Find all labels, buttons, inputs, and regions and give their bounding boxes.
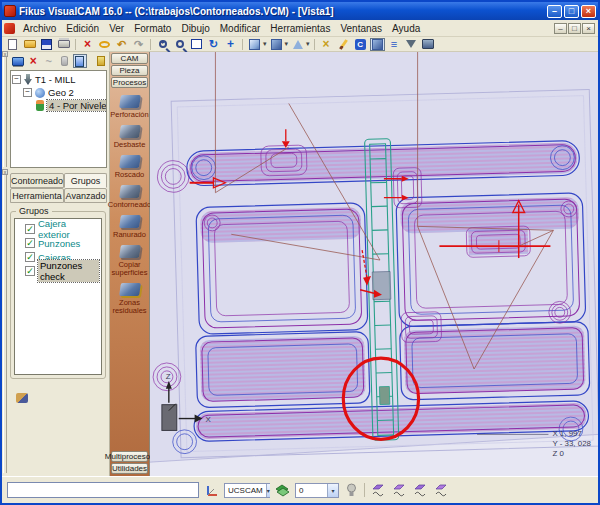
dropdown-arrow-icon[interactable]: ▾ (285, 40, 289, 48)
display-icon[interactable] (11, 54, 24, 68)
checkbox-checked-icon[interactable]: ✓ (25, 224, 35, 234)
layer-lines-icon[interactable]: ≡ (387, 38, 402, 51)
panel-close-icon[interactable]: x (2, 169, 8, 175)
collapse-icon[interactable]: − (23, 88, 32, 97)
process-roscado[interactable]: Roscado (111, 155, 148, 179)
cad-drawing[interactable]: .s-blue{fill:none;stroke:#3346c6;stroke-… (150, 52, 598, 476)
readout-x: X 1, 997 (552, 429, 581, 438)
layers-icon[interactable] (274, 482, 291, 499)
tab-contorneado[interactable]: Contorneado (10, 173, 64, 188)
menu-herramientas[interactable]: Herramientas (265, 21, 335, 36)
menu-formato[interactable]: Formato (129, 21, 176, 36)
tab-grupos[interactable]: Grupos (64, 173, 107, 188)
mdi-minimize-button[interactable]: – (554, 23, 567, 34)
cam-config-icon[interactable]: C (353, 38, 368, 51)
new-file-icon[interactable] (5, 38, 20, 51)
pencil-icon[interactable] (336, 38, 351, 51)
zoom-in-icon[interactable] (155, 38, 170, 51)
chevron-down-icon[interactable]: ▾ (266, 484, 270, 497)
contour-process-icon (119, 185, 141, 198)
ucs-axis-icon[interactable] (203, 482, 220, 499)
command-input[interactable] (7, 482, 199, 498)
ellipse-tool-icon[interactable] (97, 38, 112, 51)
zoom-window-icon[interactable] (172, 38, 187, 51)
groups-list: ✓ Cajera exterior ✓ Punzones ✓ Cajeras (14, 218, 102, 375)
menu-archivo[interactable]: Archivo (18, 21, 61, 36)
layer-selector[interactable]: 0 ▾ (295, 483, 339, 498)
zoom-fit-icon[interactable] (189, 38, 204, 51)
open-folder-icon[interactable] (22, 38, 37, 51)
tab-avanzado[interactable]: Avanzado (64, 188, 107, 203)
undo-icon[interactable]: ↶ (114, 38, 129, 51)
collapse-icon[interactable]: − (12, 75, 21, 84)
checkbox-checked-icon[interactable]: ✓ (25, 252, 35, 262)
tree-item-por-niveles[interactable]: 4 - Por Niveles (36, 99, 105, 112)
panel-close-icon[interactable]: x (2, 51, 8, 57)
drawing-viewport[interactable]: .s-blue{fill:none;stroke:#3346c6;stroke-… (150, 52, 598, 476)
chevron-down-icon[interactable]: ▾ (327, 484, 338, 497)
pieza-button[interactable]: Pieza (111, 65, 148, 76)
apply-tool-icon[interactable] (16, 393, 28, 403)
tab-herramienta[interactable]: Herramienta (10, 188, 64, 203)
toolpath-curve-icon[interactable] (390, 482, 407, 499)
delete-icon[interactable]: × (80, 38, 95, 51)
list-item-punzones-check[interactable]: ✓ Punzones check (25, 264, 99, 278)
menu-ayuda[interactable]: Ayuda (387, 21, 425, 36)
mdi-close-button[interactable]: × (582, 23, 595, 34)
maximize-button[interactable]: □ (564, 5, 579, 18)
document-logo-icon (4, 23, 15, 34)
menu-ver[interactable]: Ver (104, 21, 129, 36)
light-icon[interactable] (343, 482, 360, 499)
mdi-restore-button[interactable]: □ (568, 23, 581, 34)
minimize-button[interactable]: – (547, 5, 562, 18)
pan-icon[interactable]: + (223, 38, 238, 51)
process-desbaste[interactable]: Desbaste (111, 125, 148, 149)
process-ranurado[interactable]: Ranurado (111, 215, 148, 239)
menu-edicion[interactable]: Edición (61, 21, 104, 36)
redo-icon[interactable]: ↷ (131, 38, 146, 51)
dropdown-arrow-icon[interactable]: ▾ (263, 40, 267, 48)
procesos-button[interactable]: Procesos (111, 77, 148, 88)
measure-icon[interactable] (290, 38, 305, 51)
toolpath-curve-icon[interactable] (432, 482, 449, 499)
checkbox-checked-icon[interactable]: ✓ (25, 238, 35, 248)
process-perforacion[interactable]: Perforación (111, 95, 148, 119)
save-icon[interactable] (39, 38, 54, 51)
rotate-view-icon[interactable]: ↻ (206, 38, 221, 51)
list-item-cajera-exterior[interactable]: ✓ Cajera exterior (25, 222, 99, 236)
utilidades-button[interactable]: Utilidades (111, 463, 148, 474)
notes-icon[interactable] (95, 54, 108, 68)
tool-axis-icon[interactable]: × (319, 38, 334, 51)
process-contorneado[interactable]: Contorneado (111, 185, 148, 209)
toolbar-separator (75, 39, 76, 50)
copy-view-icon[interactable] (269, 38, 284, 51)
postprocess-icon[interactable] (421, 38, 436, 51)
edit-icon[interactable]: ~ (42, 54, 55, 68)
view-cube-icon[interactable] (247, 38, 262, 51)
tree-item-t1-mill[interactable]: − T1 - MILL (12, 73, 105, 86)
close-button[interactable]: × (581, 5, 596, 18)
panel-grip[interactable] (3, 55, 7, 167)
tree-item-geo2[interactable]: − Geo 2 (23, 86, 105, 99)
tool-icon[interactable] (57, 54, 70, 68)
delete-operation-icon[interactable]: × (26, 54, 39, 68)
toolpath-curve-icon[interactable] (369, 482, 386, 499)
toolpath-curve-icon[interactable] (411, 482, 428, 499)
multiprocesos-button[interactable]: Multiprocesos (111, 451, 148, 462)
cam-button[interactable]: CAM (111, 53, 148, 64)
menu-modificar[interactable]: Modificar (215, 21, 266, 36)
axis-z-label: Z (166, 372, 171, 381)
panel-grip[interactable] (3, 173, 7, 473)
print-icon[interactable] (56, 38, 71, 51)
menu-dibujo[interactable]: Dibujo (176, 21, 214, 36)
ucs-selector[interactable]: UCSCAM ▾ (224, 483, 270, 498)
menu-ventanas[interactable]: Ventanas (335, 21, 387, 36)
process-copiar-superficies[interactable]: Copiar superficies (111, 245, 148, 277)
checkbox-checked-icon[interactable]: ✓ (25, 266, 35, 276)
dropdown-arrow-icon[interactable]: ▾ (306, 40, 310, 48)
mill-tool-icon (24, 74, 32, 85)
filter-icon[interactable] (404, 38, 419, 51)
shaded-view-icon[interactable] (370, 38, 385, 51)
simulate-icon[interactable] (73, 54, 87, 68)
process-zonas-residuales[interactable]: Zonas residuales (111, 283, 148, 315)
